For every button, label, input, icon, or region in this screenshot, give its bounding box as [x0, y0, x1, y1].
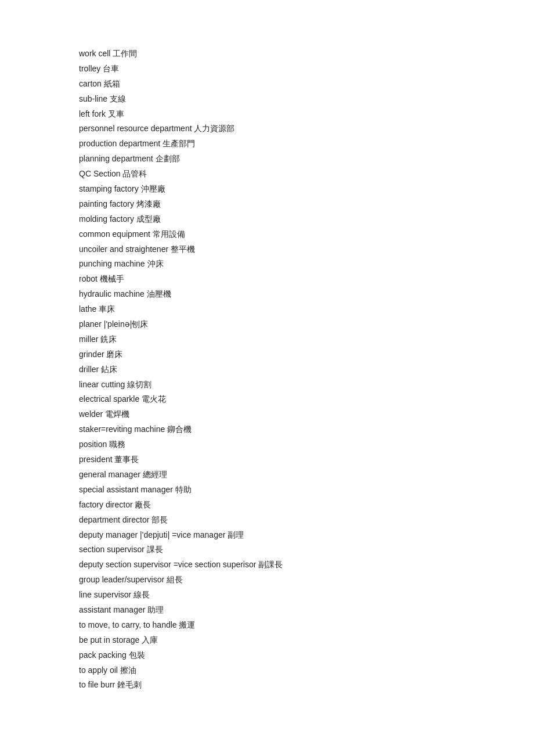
- list-item: carton 紙箱: [79, 77, 455, 92]
- list-item: robot 機械手: [79, 272, 455, 287]
- list-item: to file burr 銼毛刺: [79, 678, 455, 693]
- list-item: section supervisor 課長: [79, 542, 455, 557]
- list-item: staker=reviting machine 鉚合機: [79, 422, 455, 437]
- list-item: uncoiler and straightener 整平機: [79, 242, 455, 257]
- list-item: QC Section 品管科: [79, 167, 455, 182]
- list-item: position 職務: [79, 437, 455, 452]
- list-item: work cell 工作間: [79, 46, 455, 62]
- list-item: painting factory 烤漆廠: [79, 197, 455, 212]
- vocabulary-list: work cell 工作間trolley 台車carton 紙箱sub-line…: [79, 46, 455, 693]
- list-item: driller 鉆床: [79, 362, 455, 377]
- list-item: common equipment 常用設備: [79, 227, 455, 242]
- list-item: trolley 台車: [79, 62, 455, 77]
- list-item: lathe 車床: [79, 302, 455, 317]
- list-item: production department 生產部門: [79, 136, 455, 152]
- list-item: sub-line 支線: [79, 92, 455, 107]
- list-item: molding factory 成型廠: [79, 212, 455, 227]
- list-item: pack packing 包裝: [79, 648, 455, 663]
- list-item: stamping factory 沖壓廠: [79, 182, 455, 197]
- list-item: to apply oil 擦油: [79, 663, 455, 678]
- list-item: special assistant manager 特助: [79, 483, 455, 498]
- list-item: personnel resource department 人力資源部: [79, 121, 455, 136]
- list-item: line supervisor 線長: [79, 588, 455, 603]
- list-item: group leader/supervisor 組長: [79, 573, 455, 588]
- list-item: planer |'pleinə|刨床: [79, 317, 455, 332]
- list-item: assistant manager 助理: [79, 603, 455, 618]
- list-item: miller 銑床: [79, 332, 455, 347]
- list-item: grinder 磨床: [79, 347, 455, 362]
- list-item: general manager 總經理: [79, 467, 455, 483]
- list-item: factory director 廠長: [79, 498, 455, 513]
- list-item: left fork 叉車: [79, 107, 455, 122]
- list-item: deputy section supervisor =vice section …: [79, 557, 455, 573]
- list-item: welder 電焊機: [79, 407, 455, 422]
- list-item: linear cutting 線切割: [79, 377, 455, 393]
- list-item: electrical sparkle 電火花: [79, 392, 455, 407]
- list-item: department director 部長: [79, 513, 455, 528]
- list-item: be put in storage 入庫: [79, 633, 455, 648]
- list-item: hydraulic machine 油壓機: [79, 287, 455, 302]
- list-item: to move, to carry, to handle 搬運: [79, 618, 455, 633]
- list-item: punching machine 沖床: [79, 257, 455, 272]
- list-item: deputy manager |'depjuti| =vice manager …: [79, 528, 455, 543]
- list-item: president 董事長: [79, 452, 455, 467]
- list-item: planning department 企劃部: [79, 152, 455, 167]
